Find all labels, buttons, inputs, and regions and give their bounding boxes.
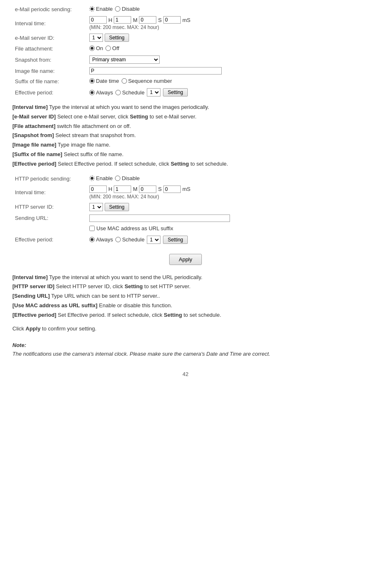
email-periodic-row: e-Mail periodic sending: Enable Disable [12, 4, 224, 14]
email-enable-label[interactable]: Enable [89, 6, 112, 12]
email-setting-button[interactable]: Setting [105, 34, 129, 42]
http-server-row: HTTP server ID: 1 Setting [12, 201, 232, 213]
email-h-unit: H [108, 17, 112, 23]
email-desc-suffix-text: Select suffix of file name. [62, 151, 124, 157]
email-periodic-value: Enable Disable [87, 4, 224, 14]
email-server-select[interactable]: 1 [89, 34, 103, 42]
email-off-radio[interactable] [105, 46, 111, 51]
email-s-unit: S [158, 17, 162, 23]
http-url-label: Sending URL: [12, 213, 87, 224]
http-schedule-label[interactable]: Schedule [115, 236, 144, 243]
http-desc-url: [Sending URL] Type URL which can be sent… [12, 292, 359, 301]
note-block: Note: The notifications use the camera's… [12, 341, 359, 359]
http-interval-ms-input[interactable] [163, 186, 181, 193]
http-mac-row: Use MAC address as URL suffix [12, 224, 232, 234]
note-title-text: Note: [12, 342, 26, 348]
email-schedule-radio[interactable] [115, 90, 121, 95]
email-interval-m-input[interactable] [114, 16, 131, 24]
http-server-label: HTTP server ID: [12, 201, 87, 213]
email-on-radio[interactable] [89, 46, 95, 51]
http-desc-url-text: Type URL which can be sent to HTTP serve… [50, 293, 160, 299]
click-apply-bold: Apply [26, 325, 41, 332]
email-imagename-input[interactable] [89, 67, 222, 75]
http-effective-value: Always Schedule 1 Setting [87, 234, 232, 246]
http-disable-label[interactable]: Disable [115, 175, 139, 181]
email-always-label[interactable]: Always [89, 89, 113, 96]
email-desc-suffix: [Suffix of file name] Select suffix of f… [12, 150, 359, 159]
email-imagename-row: Image file name: [12, 65, 224, 76]
email-disable-label[interactable]: Disable [115, 6, 139, 12]
email-interval-h-input[interactable] [89, 16, 107, 24]
http-disable-radio[interactable] [115, 176, 120, 181]
http-interval-m-input[interactable] [114, 186, 131, 193]
http-s-unit: S [158, 186, 162, 192]
email-seq-label[interactable]: Sequence number [122, 78, 172, 84]
http-interval-value: H M S mS (MIN: 200 msec. MAX: 24 hour) [87, 184, 232, 201]
email-disable-radio[interactable] [115, 6, 120, 12]
email-desc-server-text: Select one e-Mail server, click [56, 113, 130, 120]
http-url-input[interactable] [89, 214, 230, 222]
email-always-radio[interactable] [89, 90, 95, 95]
http-desc-effective-bold: [Effective period] [12, 312, 56, 318]
email-effective-setting-button[interactable]: Setting [163, 88, 187, 96]
email-desc-interval-bold: [Interval time] [12, 104, 48, 110]
email-datetime-label[interactable]: Date time [89, 78, 119, 84]
email-enable-radio[interactable] [89, 6, 95, 12]
email-interval-row: Interval time: H M S mS (MIN: 200 msec. … [12, 14, 224, 32]
http-server-select[interactable]: 1 [89, 203, 103, 211]
http-desc-mac: [Use MAC address as URL suffix] Enable o… [12, 301, 359, 310]
http-periodic-row: HTTP periodic sending: Enable Disable [12, 174, 232, 184]
http-section: HTTP periodic sending: Enable Disable In… [8, 174, 363, 246]
http-schedule-select[interactable]: 1 [147, 236, 160, 244]
http-periodic-value: Enable Disable [87, 174, 232, 184]
email-attach-value: On Off [87, 43, 224, 54]
http-schedule-radio[interactable] [115, 237, 121, 242]
http-description-block: [Interval time] Type the interval at whi… [12, 273, 359, 320]
http-periodic-label: HTTP periodic sending: [12, 174, 87, 184]
click-apply-block: Click Apply to confirm your setting. [12, 325, 359, 333]
email-on-label[interactable]: On [89, 45, 103, 51]
http-interval-s-input[interactable] [139, 186, 156, 193]
http-always-radio[interactable] [89, 237, 95, 242]
http-desc-server-text2: to set HTTP server. [143, 283, 190, 289]
http-setting-button[interactable]: Setting [105, 203, 129, 211]
page-number: 42 [8, 371, 363, 377]
apply-button[interactable]: Apply [169, 254, 202, 265]
email-desc-image: [Image file name] Type image file name. [12, 141, 359, 149]
email-off-label[interactable]: Off [105, 45, 119, 51]
http-desc-server-setting: Setting [124, 283, 143, 289]
http-always-label[interactable]: Always [89, 236, 113, 243]
http-enable-label[interactable]: Enable [89, 175, 112, 181]
email-schedule-select[interactable]: 1 [147, 88, 160, 96]
http-effective-setting-button[interactable]: Setting [163, 236, 187, 244]
http-mac-value: Use MAC address as URL suffix [87, 224, 232, 234]
note-title: Note: [12, 341, 359, 350]
email-snapshot-value: Primary stream [87, 54, 224, 65]
email-server-value: 1 Setting [87, 32, 224, 43]
email-schedule-label[interactable]: Schedule [115, 89, 144, 96]
email-enable-disable-group: Enable Disable [89, 6, 140, 12]
email-desc-effective-text2: to set schedule. [189, 161, 228, 167]
http-url-row: Sending URL: [12, 213, 232, 224]
http-desc-effective-text2: to set schedule. [182, 312, 221, 318]
click-apply-text: Click Apply to confirm your setting. [12, 325, 359, 333]
email-seq-radio[interactable] [122, 78, 127, 84]
email-desc-attach: [File attachment] switch file attachment… [12, 122, 359, 131]
email-snapshot-select[interactable]: Primary stream [89, 55, 160, 64]
email-interval-value: H M S mS (MIN: 200 msec. MAX: 24 hour) [87, 14, 224, 32]
http-mac-checkbox[interactable] [89, 226, 95, 231]
http-effective-group: Always Schedule 1 Setting [89, 236, 188, 244]
http-effective-label: Effective period: [12, 234, 87, 246]
email-datetime-radio[interactable] [89, 78, 95, 84]
http-effective-row: Effective period: Always Schedule 1 Sett… [12, 234, 232, 246]
email-effective-value: Always Schedule 1 Setting [87, 87, 224, 98]
http-enable-radio[interactable] [89, 176, 95, 181]
email-interval-s-input[interactable] [139, 16, 156, 24]
email-server-label: e-Mail server ID: [12, 32, 87, 43]
email-m-unit: M [133, 17, 137, 23]
email-interval-ms-input[interactable] [163, 16, 181, 24]
http-interval-h-input[interactable] [89, 186, 107, 193]
http-url-value [87, 213, 232, 224]
http-mac-group: Use MAC address as URL suffix [89, 225, 173, 231]
email-desc-effective-text: Select Effective period. If select sched… [56, 161, 171, 167]
